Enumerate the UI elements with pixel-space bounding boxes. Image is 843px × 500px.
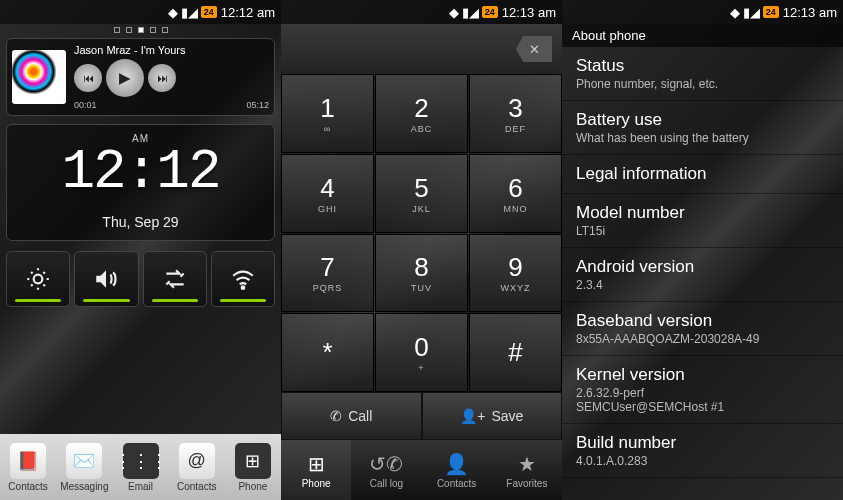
dial-keypad: 1∞ 2ABC 3DEF 4GHI 5JKL 6MNO 7PQRS 8TUV 9…	[281, 74, 562, 392]
setting-legal[interactable]: Legal information	[562, 155, 843, 194]
save-label: Save	[491, 408, 523, 424]
tab-label: Call log	[370, 478, 403, 489]
key-9[interactable]: 9WXYZ	[469, 234, 562, 313]
tab-favorites[interactable]: ★ Favorites	[492, 440, 562, 500]
setting-model[interactable]: Model number LT15i	[562, 194, 843, 248]
status-time: 12:13 am	[502, 5, 556, 20]
tab-calllog[interactable]: ↺✆ Call log	[351, 440, 421, 500]
settings-list[interactable]: Status Phone number, signal, etc. Batter…	[562, 47, 843, 500]
setting-title: Battery use	[576, 110, 829, 130]
dialer-tabs: ⊞ Phone ↺✆ Call log 👤 Contacts ★ Favorit…	[281, 440, 562, 500]
tab-label: Phone	[302, 478, 331, 489]
key-3[interactable]: 3DEF	[469, 74, 562, 153]
dial-display: ✕	[281, 24, 562, 74]
about-screen: ◆ ▮◢ 24 12:13 am About phone Status Phon…	[562, 0, 843, 500]
signal-icon: ▮◢	[181, 5, 198, 20]
status-time: 12:12 am	[221, 5, 275, 20]
page-indicator	[0, 24, 281, 36]
signal-icon: ▮◢	[743, 5, 760, 20]
contacts-icon: 📕	[10, 443, 46, 479]
tab-label: Contacts	[437, 478, 476, 489]
setting-build[interactable]: Build number 4.0.1.A.0.283	[562, 424, 843, 478]
key-1[interactable]: 1∞	[281, 74, 374, 153]
key-hash[interactable]: #	[469, 313, 562, 392]
setting-battery[interactable]: Battery use What has been using the batt…	[562, 101, 843, 155]
setting-android-version[interactable]: Android version 2.3.4	[562, 248, 843, 302]
clock-time: 12:12	[11, 144, 270, 200]
total-time: 05:12	[246, 100, 269, 110]
clock-date: Thu, Sep 29	[11, 214, 270, 230]
status-bar: ◆ ▮◢ 24 12:13 am	[281, 0, 562, 24]
about-header: About phone	[562, 24, 843, 47]
key-2[interactable]: 2ABC	[375, 74, 468, 153]
play-button[interactable]: ▶	[106, 59, 144, 97]
status-icons: ◆ ▮◢ 24	[168, 5, 217, 20]
pager-dot[interactable]	[150, 27, 156, 33]
setting-baseband[interactable]: Baseband version 8x55A-AAABQOAZM-203028A…	[562, 302, 843, 356]
apps-icon: ⋮⋮⋮	[123, 443, 159, 479]
next-button[interactable]: ⏭	[148, 64, 176, 92]
status-time: 12:13 am	[783, 5, 837, 20]
tab-contacts[interactable]: 👤 Contacts	[422, 440, 492, 500]
sync-toggle[interactable]	[143, 251, 207, 307]
dock-contacts2[interactable]: @ Contacts	[169, 434, 225, 500]
brightness-icon	[25, 266, 51, 292]
setting-sub: Phone number, signal, etc.	[576, 77, 829, 91]
key-5[interactable]: 5JKL	[375, 154, 468, 233]
add-contact-icon: 👤+	[460, 408, 485, 424]
setting-sub: 8x55A-AAABQOAZM-203028A-49	[576, 332, 829, 346]
album-art	[12, 50, 66, 104]
brightness-toggle[interactable]	[6, 251, 70, 307]
call-label: Call	[348, 408, 372, 424]
pager-dot-active[interactable]	[138, 27, 144, 33]
dock-contacts[interactable]: 📕 Contacts	[0, 434, 56, 500]
setting-sub: 4.0.1.A.0.283	[576, 454, 829, 468]
setting-title: Kernel version	[576, 365, 829, 385]
key-4[interactable]: 4GHI	[281, 154, 374, 233]
tab-phone[interactable]: ⊞ Phone	[281, 440, 351, 500]
prev-button[interactable]: ⏮	[74, 64, 102, 92]
track-title: Jason Mraz - I'm Yours	[74, 44, 269, 56]
key-0[interactable]: 0+	[375, 313, 468, 392]
calllog-icon: ↺✆	[369, 452, 403, 476]
dock-email[interactable]: ⋮⋮⋮ Email	[112, 434, 168, 500]
pager-dot[interactable]	[126, 27, 132, 33]
dock-label: Phone	[238, 481, 267, 492]
dialer-screen: ◆ ▮◢ 24 12:13 am ✕ 1∞ 2ABC 3DEF 4GHI 5JK…	[281, 0, 562, 500]
key-6[interactable]: 6MNO	[469, 154, 562, 233]
wifi-icon	[230, 266, 256, 292]
call-button[interactable]: ✆ Call	[281, 392, 422, 440]
phone-icon: ⊞	[235, 443, 271, 479]
dock-messaging[interactable]: ✉️ Messaging	[56, 434, 112, 500]
wifi-icon: ◆	[449, 5, 459, 20]
key-8[interactable]: 8TUV	[375, 234, 468, 313]
setting-sub: 2.6.32.9-perf SEMCUser@SEMCHost #1	[576, 386, 829, 414]
save-button[interactable]: 👤+ Save	[422, 392, 563, 440]
setting-title: Status	[576, 56, 829, 76]
network-badge: 24	[763, 6, 779, 18]
music-widget[interactable]: Jason Mraz - I'm Yours ⏮ ▶ ⏭ 00:01 05:12	[6, 38, 275, 116]
dock-label: Email	[128, 481, 153, 492]
pager-dot[interactable]	[162, 27, 168, 33]
pager-dot[interactable]	[114, 27, 120, 33]
dock-label: Contacts	[8, 481, 47, 492]
backspace-button[interactable]: ✕	[516, 36, 552, 62]
setting-kernel[interactable]: Kernel version 2.6.32.9-perf SEMCUser@SE…	[562, 356, 843, 424]
status-bar: ◆ ▮◢ 24 12:13 am	[562, 0, 843, 24]
setting-sub: 2.3.4	[576, 278, 829, 292]
key-star[interactable]: *	[281, 313, 374, 392]
sync-icon	[162, 266, 188, 292]
wifi-toggle[interactable]	[211, 251, 275, 307]
home-screen: ◆ ▮◢ 24 12:12 am Jason Mraz - I'm Yours …	[0, 0, 281, 500]
setting-title: Build number	[576, 433, 829, 453]
sound-toggle[interactable]	[74, 251, 138, 307]
star-icon: ★	[518, 452, 536, 476]
email-icon: @	[179, 443, 215, 479]
key-7[interactable]: 7PQRS	[281, 234, 374, 313]
network-badge: 24	[201, 6, 217, 18]
dock-phone[interactable]: ⊞ Phone	[225, 434, 281, 500]
contacts-icon: 👤	[444, 452, 469, 476]
setting-status[interactable]: Status Phone number, signal, etc.	[562, 47, 843, 101]
sound-icon	[93, 266, 119, 292]
clock-widget[interactable]: AM 12:12 Thu, Sep 29	[6, 124, 275, 241]
